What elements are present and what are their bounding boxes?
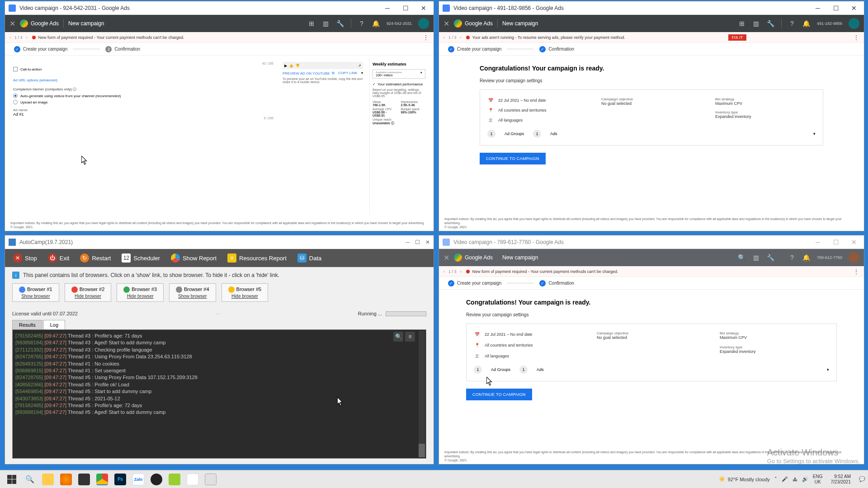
adgroups-row[interactable]: 1Ad Groups 1Ads ▾ xyxy=(474,366,829,374)
scheduler-button[interactable]: 12Scheduler xyxy=(117,252,165,264)
prev-alert[interactable]: ‹ xyxy=(443,35,445,40)
tools-icon[interactable]: 🔧 xyxy=(336,19,344,28)
show-report-button[interactable]: Show Report xyxy=(166,252,221,264)
minimize-button[interactable]: ─ xyxy=(811,238,824,247)
avatar[interactable] xyxy=(849,18,859,29)
search-button[interactable]: 🔍 xyxy=(21,471,39,488)
weather-widget[interactable]: ☀️92°F Mostly cloudy xyxy=(719,476,770,482)
close-icon[interactable]: ✕ xyxy=(443,19,449,28)
alert-menu[interactable]: ⋮ xyxy=(853,34,859,41)
search-icon[interactable]: ⊞ xyxy=(307,19,316,28)
notifications-icon[interactable]: 🔔 xyxy=(372,19,380,28)
microphone-icon[interactable]: 🎤 xyxy=(782,476,788,482)
network-icon[interactable]: 🖧 xyxy=(793,477,797,482)
search-icon[interactable]: 🔍 xyxy=(738,253,746,262)
copy-link[interactable]: COPY LINK xyxy=(338,71,358,75)
next-alert[interactable]: › xyxy=(460,269,462,274)
search-icon[interactable]: ⊞ xyxy=(738,19,746,28)
tab-log[interactable]: Log xyxy=(43,320,65,329)
start-button[interactable] xyxy=(7,475,16,484)
zalo-icon[interactable]: Zalo xyxy=(129,471,147,488)
adname-value[interactable]: Ad #1 xyxy=(13,112,274,117)
reports-icon[interactable]: ▥ xyxy=(322,19,330,28)
log-menu-button[interactable]: ≡ xyxy=(405,332,415,342)
ads-icon[interactable] xyxy=(184,471,202,488)
avatar[interactable] xyxy=(849,252,859,263)
minimize-button[interactable]: ─ xyxy=(406,239,410,245)
next-alert[interactable]: › xyxy=(460,35,462,40)
resources-report-button[interactable]: ≡Resources Report xyxy=(223,252,291,264)
restart-button[interactable]: ↻Restart xyxy=(75,252,115,264)
browser-toggle-link[interactable]: Show browser xyxy=(19,294,52,299)
help-icon[interactable]: ? xyxy=(788,19,796,28)
upload-radio[interactable] xyxy=(13,100,18,104)
chrome-icon[interactable] xyxy=(93,471,111,488)
language-indicator[interactable]: ENGUK xyxy=(813,474,823,485)
minimize-button[interactable]: ─ xyxy=(811,4,824,13)
notifications-icon[interactable]: 🔔 xyxy=(802,19,811,28)
chevron-down-icon[interactable]: ▾ xyxy=(361,71,363,75)
help-icon[interactable]: ? xyxy=(358,19,366,28)
impressions-dropdown[interactable]: Available impressions100+ million▾ xyxy=(373,69,425,79)
help-icon[interactable]: ⓘ xyxy=(73,87,76,91)
preview-link[interactable]: PREVIEW AD ON YOUTUBE ⧉ xyxy=(283,71,335,75)
close-button[interactable]: ✕ xyxy=(425,239,430,245)
notifications-icon[interactable]: 🔔 xyxy=(802,253,811,262)
notepad-icon[interactable] xyxy=(165,471,184,488)
close-button[interactable]: ✕ xyxy=(848,4,860,13)
exit-button[interactable]: ⏻Exit xyxy=(43,252,74,264)
reports-icon[interactable]: ▥ xyxy=(752,253,760,262)
browser-toggle-link[interactable]: Show browser xyxy=(176,294,209,299)
tools-icon[interactable]: 🔧 xyxy=(767,253,775,262)
tray-chevron[interactable]: ˄ xyxy=(774,476,777,482)
close-button[interactable]: ✕ xyxy=(848,238,860,247)
volume-icon[interactable]: 🔊 xyxy=(802,476,808,482)
close-icon[interactable]: ✕ xyxy=(443,253,449,262)
search-log-button[interactable]: 🔍 xyxy=(393,332,403,342)
close-button[interactable]: ✕ xyxy=(417,4,430,13)
ad-url-options-link[interactable]: Ad URL options (advanced) xyxy=(13,78,57,82)
log-scrollbar[interactable] xyxy=(419,331,425,457)
browser-toggle-link[interactable]: Hide browser xyxy=(71,294,105,299)
help-icon[interactable]: ? xyxy=(788,253,796,262)
explorer-icon[interactable] xyxy=(39,471,57,488)
continue-button[interactable]: CONTINUE TO CAMPAIGN xyxy=(480,153,546,164)
adgroups-count: 1 xyxy=(474,366,482,374)
prev-alert[interactable]: ‹ xyxy=(9,35,11,40)
maximize-button[interactable]: ☐ xyxy=(830,4,842,13)
maximize-button[interactable]: ☐ xyxy=(830,238,842,247)
autogen-radio[interactable] xyxy=(13,94,18,98)
browser-box: Browser #1Show browser xyxy=(12,283,59,302)
firefox-icon[interactable] xyxy=(57,471,75,488)
stop-button[interactable]: ✕Stop xyxy=(9,252,42,264)
avatar[interactable] xyxy=(418,18,429,29)
tools-icon[interactable]: 🔧 xyxy=(767,19,775,28)
fixit-button[interactable]: FIX IT xyxy=(728,34,747,41)
adgroups-row[interactable]: 1Ad Groups 1Ads ▾ xyxy=(487,130,816,138)
maximize-button[interactable]: ☐ xyxy=(399,4,412,13)
adgroups-label: Ad Groups xyxy=(491,367,510,372)
log-line: [824728765] [09:47:27] Thread #1 : Using… xyxy=(15,353,423,360)
maximize-button[interactable]: ☐ xyxy=(415,239,420,245)
photoshop-icon[interactable]: Ps xyxy=(111,471,129,488)
clock[interactable]: 9:52 AM7/23/2021 xyxy=(827,474,855,485)
continue-button[interactable]: CONTINUE TO CAMPAIGN xyxy=(466,389,532,400)
browser-toggle-link[interactable]: Hide browser xyxy=(123,294,157,299)
cta-checkbox[interactable] xyxy=(13,67,18,71)
notifications-tray[interactable]: 💬 xyxy=(859,476,865,482)
data-button[interactable]: ⛁Data xyxy=(293,252,326,264)
chevron-down-icon[interactable]: ▾ xyxy=(813,131,816,136)
chevron-down-icon[interactable]: ▾ xyxy=(827,367,829,372)
alert-menu[interactable]: ⋮ xyxy=(423,34,429,41)
prev-alert[interactable]: ‹ xyxy=(443,269,445,274)
alert-menu[interactable]: ⋮ xyxy=(853,268,859,275)
autocamp-icon[interactable] xyxy=(202,471,220,488)
reports-icon[interactable]: ▥ xyxy=(752,19,760,28)
tab-results[interactable]: Results xyxy=(12,320,42,329)
next-alert[interactable]: › xyxy=(26,35,28,40)
notes-icon[interactable] xyxy=(75,471,93,488)
browser-toggle-link[interactable]: Hide browser xyxy=(228,294,262,299)
minimize-button[interactable]: ─ xyxy=(381,4,394,13)
obs-icon[interactable] xyxy=(147,471,165,488)
close-icon[interactable]: ✕ xyxy=(9,19,15,28)
